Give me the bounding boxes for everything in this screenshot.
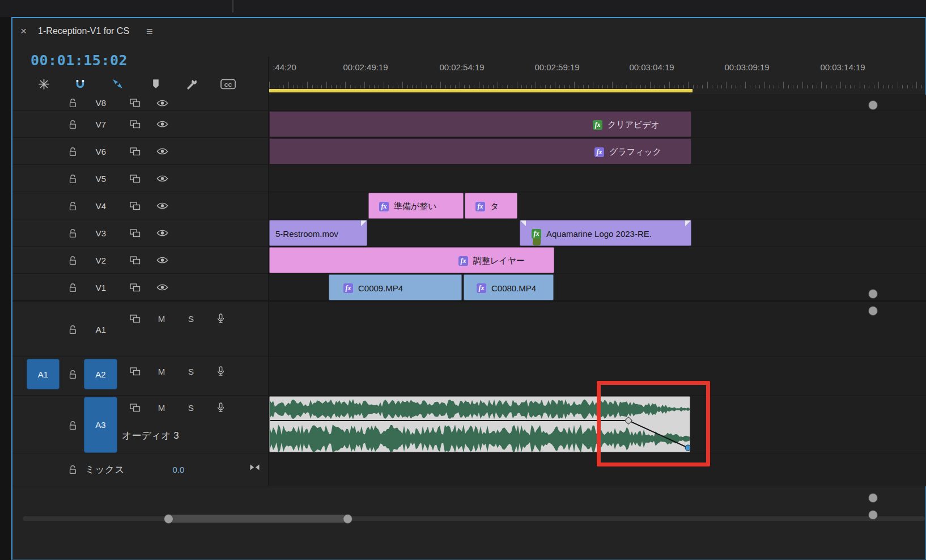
sync-lock-button[interactable] (127, 198, 143, 213)
h-zoom-handle[interactable] (343, 514, 352, 524)
h-scrollbar-thumb[interactable] (164, 515, 352, 523)
timeline-clip[interactable]: 5-Restroom.mov (269, 220, 367, 246)
linked-selection-toggle[interactable] (107, 75, 128, 93)
track-name-V2[interactable]: V2 (92, 254, 109, 266)
v-zoom-handle[interactable] (868, 289, 878, 299)
toggle-track-output-button[interactable] (154, 96, 170, 111)
timeline-clip[interactable]: fxタ (465, 193, 517, 219)
track-lock-button[interactable] (65, 367, 80, 381)
timeline-clip[interactable]: fxAquamarine Logo 2023-RE. (520, 220, 691, 246)
audio-clip[interactable] (269, 396, 690, 452)
track-lock-button[interactable] (65, 117, 80, 131)
v-zoom-handle[interactable] (868, 510, 878, 520)
timeline-clip[interactable]: fx準備が整い (368, 193, 464, 219)
sync-lock-button[interactable] (127, 96, 143, 111)
v-zoom-handle[interactable] (868, 493, 878, 503)
timeline-lanes[interactable]: fxクリアビデオfxグラフィックfx準備が整いfxタ5-Restroom.mov… (269, 95, 926, 486)
snap-toggle[interactable] (70, 75, 90, 93)
voiceover-record-button[interactable] (213, 364, 228, 379)
fx-badge[interactable]: fx (458, 256, 468, 266)
sync-lock-button[interactable] (127, 117, 143, 131)
fx-badge[interactable]: fx (343, 283, 353, 293)
sync-lock-button[interactable] (127, 253, 143, 268)
h-scrollbar-track[interactable] (23, 516, 925, 521)
mute-button[interactable]: M (153, 402, 170, 413)
fx-badge[interactable]: fx (379, 202, 389, 211)
fade-end-keyframe[interactable] (685, 445, 690, 451)
timeline-clip[interactable]: fx調整レイヤー (269, 247, 554, 273)
work-area-bar[interactable] (269, 89, 693, 92)
row-separator (12, 164, 269, 165)
fx-badge[interactable]: fx (593, 120, 602, 130)
track-lock-button[interactable] (65, 198, 80, 213)
voiceover-record-button[interactable] (213, 311, 228, 326)
keyframe-nav-button[interactable] (247, 460, 262, 474)
track-name-V8[interactable]: V8 (92, 97, 109, 109)
time-ruler[interactable]: :44:2000:02:49:1900:02:54:1900:02:59:190… (269, 57, 926, 95)
ruler-tick (317, 85, 317, 88)
sync-lock-button[interactable] (127, 144, 143, 159)
track-lock-button[interactable] (65, 144, 80, 159)
track-name-V6[interactable]: V6 (92, 146, 109, 157)
track-name-V1[interactable]: V1 (92, 282, 109, 293)
toggle-track-output-button[interactable] (154, 117, 170, 131)
ruler-tick (698, 85, 698, 88)
timeline-clip[interactable]: fxクリアビデオ (269, 111, 691, 137)
solo-button[interactable]: S (182, 402, 199, 413)
fx-badge[interactable]: fx (532, 229, 541, 239)
sync-lock-button[interactable] (127, 171, 143, 186)
panel-menu-icon[interactable]: ≡ (146, 25, 153, 38)
track-lock-button[interactable] (65, 253, 80, 268)
source-patch-A1[interactable]: A1 (27, 359, 60, 389)
track-lock-button[interactable] (65, 171, 80, 186)
track-lock-button[interactable] (65, 322, 80, 337)
track-name-A1[interactable]: A1 (92, 324, 109, 335)
sync-lock-button[interactable] (127, 311, 143, 326)
track-lock-button[interactable] (65, 418, 80, 432)
track-lock-button[interactable] (65, 96, 80, 111)
toggle-track-output-button[interactable] (154, 171, 170, 186)
toggle-track-output-button[interactable] (154, 253, 170, 268)
fx-badge[interactable]: fx (475, 202, 485, 211)
track-lock-button[interactable] (65, 462, 80, 477)
toggle-track-output-button[interactable] (154, 226, 170, 240)
fx-badge[interactable]: fx (477, 283, 486, 293)
mute-button[interactable]: M (153, 313, 170, 324)
track-name-V4[interactable]: V4 (92, 200, 109, 211)
track-name-V5[interactable]: V5 (92, 173, 109, 184)
nest-sequences-toggle[interactable] (33, 75, 54, 93)
playhead-timecode[interactable]: 00:01:15:02 (31, 52, 128, 69)
timeline-display-settings-button[interactable] (182, 75, 202, 93)
track-lock-button[interactable] (65, 280, 80, 295)
ruler-tick (898, 82, 898, 88)
toggle-track-output-button[interactable] (154, 280, 170, 295)
timeline-clip[interactable]: fxグラフィック (269, 138, 691, 164)
toggle-track-output-button[interactable] (154, 198, 170, 213)
solo-button[interactable]: S (182, 366, 199, 377)
sequence-tab-title[interactable]: 1-Reception-V1 for CS (38, 26, 129, 36)
add-marker-button[interactable] (146, 75, 166, 93)
sync-lock-button[interactable] (127, 226, 143, 240)
sync-lock-button[interactable] (127, 280, 143, 295)
timeline-clip[interactable]: fxC0009.MP4 (329, 274, 462, 300)
mix-volume-value[interactable]: 0.0 (162, 464, 196, 475)
track-target-A2[interactable]: A2 (84, 359, 117, 389)
timeline-clip[interactable]: fxC0080.MP4 (464, 274, 554, 300)
h-zoom-handle[interactable] (164, 514, 173, 524)
toggle-track-output-button[interactable] (154, 144, 170, 159)
sync-lock-button[interactable] (127, 364, 143, 379)
track-target-A3[interactable]: A3 (84, 397, 117, 453)
volume-keyframe-handle[interactable] (625, 417, 632, 425)
v-zoom-handle[interactable] (868, 306, 878, 316)
sync-lock-button[interactable] (127, 400, 143, 415)
close-icon[interactable]: × (20, 25, 27, 37)
solo-button[interactable]: S (182, 313, 199, 324)
track-name-V7[interactable]: V7 (92, 118, 109, 130)
voiceover-record-button[interactable] (213, 400, 228, 415)
captions-button[interactable]: CC (218, 75, 238, 93)
fx-badge[interactable]: fx (594, 147, 604, 157)
track-lock-button[interactable] (65, 226, 80, 240)
v-zoom-handle[interactable] (868, 100, 878, 110)
track-name-V3[interactable]: V3 (92, 227, 109, 239)
mute-button[interactable]: M (153, 366, 170, 377)
